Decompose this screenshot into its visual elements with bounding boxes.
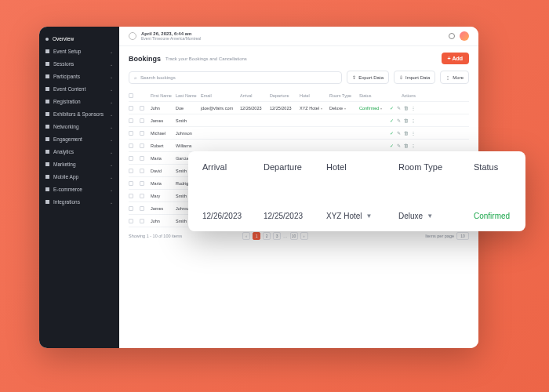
check-icon[interactable]: ✓ (389, 143, 394, 148)
sidebar-item-label: Exhibitors & Sponsors (53, 111, 104, 117)
row-checkbox[interactable] (129, 194, 133, 198)
bell-icon[interactable] (449, 33, 455, 39)
sidebar-item-participants[interactable]: Participants⌄ (39, 71, 119, 82)
nav-icon (45, 38, 49, 41)
sidebar-item-networking[interactable]: Networking⌄ (39, 121, 119, 132)
col-departure[interactable]: Departure (270, 93, 298, 98)
edit-icon[interactable]: ✎ (396, 105, 401, 111)
cell-last: Johnson (176, 131, 199, 136)
sidebar-item-mobile-app[interactable]: Mobile App⌄ (39, 171, 119, 183)
row-expand[interactable] (140, 181, 144, 186)
cell-first: Michael (151, 131, 174, 136)
row-expand[interactable] (140, 206, 144, 211)
table-row[interactable]: JohnDoejdoe@vfairs.com12/26/202312/25/20… (129, 102, 469, 114)
cell-room[interactable]: Deluxe▾ (329, 106, 358, 111)
export-button[interactable]: ⇪Export Data (347, 71, 389, 84)
table-row[interactable]: JamesSmith✓✎🗑⋮ (129, 114, 469, 127)
import-button[interactable]: ⇩Import Data (394, 71, 435, 84)
col-hotel[interactable]: Hotel (300, 93, 328, 98)
add-button[interactable]: + Add (442, 53, 469, 64)
sidebar-item-label: Event Content (53, 86, 85, 92)
chevron-down-icon: ⌄ (110, 49, 113, 54)
delete-icon[interactable]: 🗑 (404, 105, 409, 111)
edit-icon[interactable]: ✎ (396, 143, 401, 148)
sidebar-item-e-commerce[interactable]: E-commerce⌄ (39, 183, 119, 195)
table-row[interactable]: MichaelJohnson✓✎🗑⋮ (129, 127, 469, 140)
check-icon[interactable]: ✓ (389, 130, 394, 136)
sidebar-item-marketing[interactable]: Marketing⌄ (39, 158, 119, 170)
cell-hotel[interactable]: XYZ Hotel▾ (300, 106, 328, 111)
sidebar-item-sessions[interactable]: Sessions⌄ (39, 58, 119, 70)
col-email[interactable]: Email (201, 93, 238, 98)
row-expand[interactable] (140, 131, 144, 136)
row-checkbox[interactable] (129, 219, 133, 223)
row-checkbox[interactable] (129, 206, 133, 211)
row-expand[interactable] (140, 118, 144, 123)
overlay-hotel-select[interactable]: XYZ Hotel▼ (326, 212, 394, 220)
search-input[interactable]: ⌕ Search bookings (129, 71, 342, 84)
cell-status[interactable]: Confirmed▾ (359, 106, 387, 111)
more-icon[interactable]: ⋮ (411, 143, 416, 148)
cell-last: Doe (176, 106, 199, 111)
sidebar-item-label: Event Setup (53, 49, 81, 54)
check-icon[interactable]: ✓ (389, 105, 394, 111)
row-expand[interactable] (140, 106, 144, 111)
sidebar-item-integrations[interactable]: Integrations⌄ (39, 196, 119, 208)
edit-icon[interactable]: ✎ (396, 118, 401, 123)
nav-icon (45, 162, 49, 166)
sidebar-item-exhibitors-sponsors[interactable]: Exhibitors & Sponsors⌄ (39, 108, 119, 120)
sidebar-item-event-content[interactable]: Event Content⌄ (39, 83, 119, 95)
overlay-row: 12/26/2023 12/25/2023 XYZ Hotel▼ Deluxe▼… (202, 212, 511, 220)
sidebar-item-label: Engagement (53, 136, 82, 142)
sidebar-item-label: Overview (53, 36, 74, 42)
col-status[interactable]: Status (359, 93, 387, 98)
row-expand[interactable] (140, 143, 144, 148)
row-expand[interactable] (140, 194, 144, 198)
avatar[interactable] (460, 31, 469, 41)
pager-page-3[interactable]: 3 (273, 232, 281, 240)
cell-first: James (151, 206, 174, 211)
col-arrival[interactable]: Arrival (240, 93, 268, 98)
row-checkbox[interactable] (129, 118, 133, 123)
more-icon[interactable]: ⋮ (411, 105, 416, 111)
select-all-checkbox[interactable] (129, 93, 133, 98)
row-checkbox[interactable] (129, 169, 133, 173)
row-checkbox[interactable] (129, 143, 133, 148)
more-button[interactable]: ⋮More (440, 71, 469, 84)
col-last[interactable]: Last Name (176, 93, 199, 98)
pager-page-1[interactable]: 1 (253, 232, 260, 240)
col-first[interactable]: First Name (151, 93, 174, 98)
sidebar-item-event-setup[interactable]: Event Setup⌄ (39, 45, 119, 57)
row-checkbox[interactable] (129, 131, 133, 136)
sidebar-item-label: Analytics (53, 149, 74, 154)
row-expand[interactable] (140, 219, 144, 223)
delete-icon[interactable]: 🗑 (404, 143, 409, 148)
edit-icon[interactable]: ✎ (396, 130, 401, 136)
delete-icon[interactable]: 🗑 (404, 118, 409, 123)
more-icon[interactable]: ⋮ (411, 130, 416, 136)
sidebar-item-label: E-commerce (53, 187, 82, 192)
overlay-room-select[interactable]: Deluxe▼ (398, 212, 469, 220)
cell-first: Robert (151, 143, 174, 148)
cell-departure: 12/25/2023 (270, 106, 298, 111)
row-expand[interactable] (140, 169, 144, 173)
sidebar-item-registration[interactable]: Registration⌄ (39, 96, 119, 107)
row-checkbox[interactable] (129, 156, 133, 161)
sidebar-item-overview[interactable]: Overview (39, 33, 119, 45)
more-icon[interactable]: ⋮ (411, 118, 416, 123)
pager-page-10[interactable]: 10 (290, 232, 298, 240)
check-icon[interactable]: ✓ (389, 118, 394, 123)
overlay-header: Arrival Departure Hotel Room Type Status (202, 162, 511, 172)
pager-next[interactable]: › (300, 232, 308, 240)
per-page-select[interactable]: 10 (456, 232, 469, 240)
sidebar-item-engagement[interactable]: Engagement⌄ (39, 133, 119, 145)
sidebar-item-analytics[interactable]: Analytics⌄ (39, 146, 119, 158)
row-expand[interactable] (140, 156, 144, 161)
pager-page-2[interactable]: 2 (263, 232, 271, 240)
table-row[interactable]: RobertWilliams✓✎🗑⋮ (129, 140, 469, 152)
col-room[interactable]: Room Type (329, 93, 358, 98)
row-checkbox[interactable] (129, 181, 133, 186)
row-checkbox[interactable] (129, 106, 133, 111)
pager-prev[interactable]: ‹ (242, 232, 250, 240)
delete-icon[interactable]: 🗑 (404, 130, 409, 136)
